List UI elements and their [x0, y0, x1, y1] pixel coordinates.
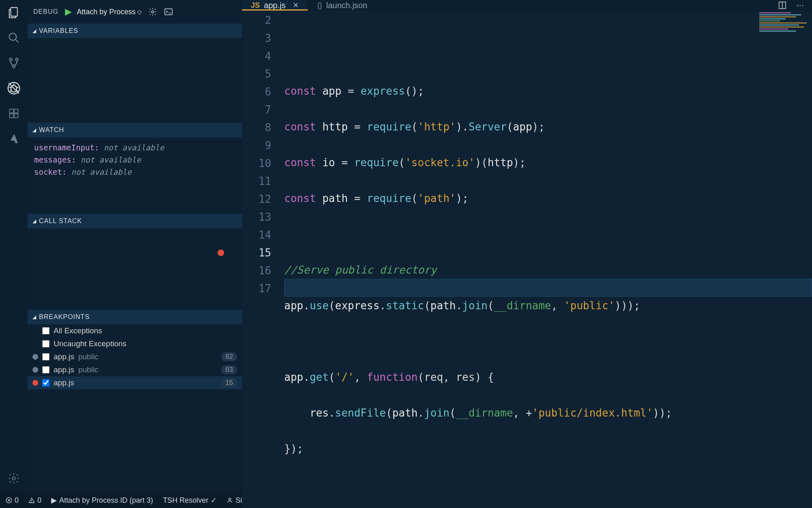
status-tsh-resolver[interactable]: TSH Resolver ✓ [163, 496, 217, 505]
split-editor-icon[interactable] [778, 1, 787, 10]
code-content[interactable]: const app = express(); const http = requ… [279, 11, 812, 508]
activity-bar [0, 0, 28, 493]
svg-line-9 [9, 87, 11, 87]
files-icon[interactable] [7, 6, 21, 20]
debug-side-panel: DEBUG ▶ Attach by Process ◇ ◢VARIABLES ◢… [28, 0, 242, 493]
breakpoint-dot-icon [32, 354, 38, 360]
debug-console-icon[interactable] [164, 7, 173, 16]
minimap[interactable] [758, 11, 810, 60]
more-icon[interactable]: ··· [797, 0, 804, 11]
breakpoints-section-header[interactable]: ◢BREAKPOINTS [28, 310, 242, 324]
tab-label: launch.json [326, 1, 367, 10]
svg-point-4 [15, 58, 18, 61]
svg-rect-16 [10, 114, 13, 117]
breakpoint-gutter-dot-icon[interactable] [218, 250, 224, 256]
breakpoint-item[interactable]: app.js public 82 [28, 350, 242, 363]
svg-point-3 [9, 58, 12, 61]
svg-point-31 [32, 502, 32, 502]
extensions-icon[interactable] [7, 106, 21, 120]
svg-rect-20 [165, 9, 172, 15]
svg-point-32 [229, 498, 231, 500]
debug-toolbar: DEBUG ▶ Attach by Process ◇ [28, 0, 242, 24]
svg-line-10 [17, 87, 18, 87]
js-file-icon: JS [251, 1, 260, 10]
svg-point-1 [9, 33, 17, 41]
svg-point-18 [12, 477, 15, 480]
search-icon[interactable] [7, 31, 21, 45]
breakpoint-checkbox[interactable] [42, 353, 50, 360]
tab-launch-json[interactable]: {} launch.json [308, 0, 376, 11]
tab-label: app.js [264, 1, 285, 10]
watch-item[interactable]: socket: not available [34, 166, 235, 178]
start-debug-icon[interactable]: ▶ [65, 7, 72, 17]
variables-body [28, 38, 242, 123]
close-icon[interactable]: ✕ [293, 1, 299, 10]
tab-bar: JS app.js ✕ {} launch.json ··· [242, 0, 812, 11]
breakpoint-checkbox[interactable] [42, 366, 50, 373]
breakpoint-item[interactable]: app.js 15 [28, 376, 242, 389]
variables-section-header[interactable]: ◢VARIABLES [28, 24, 242, 38]
svg-rect-14 [10, 109, 13, 113]
breakpoint-all-exceptions[interactable]: All Exceptions [28, 324, 242, 337]
settings-gear-icon[interactable] [7, 471, 21, 485]
breakpoint-checkbox[interactable] [42, 327, 50, 334]
breakpoint-uncaught[interactable]: Uncaught Exceptions [28, 337, 242, 350]
svg-rect-15 [14, 109, 18, 113]
svg-point-19 [151, 11, 154, 13]
watch-section-header[interactable]: ◢WATCH [28, 123, 242, 137]
svg-line-11 [10, 91, 11, 92]
status-warnings[interactable]: 0 [28, 496, 41, 505]
watch-body: usernameInput: not available messages: n… [28, 137, 242, 214]
editor-column: JS app.js ✕ {} launch.json ··· 2 3 4 5 6… [242, 0, 812, 493]
watch-item[interactable]: messages: not available [34, 154, 235, 166]
svg-rect-17 [14, 114, 18, 117]
breakpoint-checkbox[interactable] [42, 379, 50, 386]
azure-icon[interactable] [7, 132, 21, 145]
line-gutter: 2 3 4 5 6 7 8 9 10 11 12 13 14 15 16 17 [242, 11, 279, 508]
breakpoints-body: All Exceptions Uncaught Exceptions app.j… [28, 324, 242, 389]
code-editor[interactable]: 2 3 4 5 6 7 8 9 10 11 12 13 14 15 16 17 … [242, 11, 812, 508]
svg-line-2 [15, 39, 19, 43]
status-debug-target[interactable]: ▶ Attach by Process ID (part 3) [51, 496, 153, 505]
breakpoint-item[interactable]: app.js public 83 [28, 363, 242, 376]
callstack-section-header[interactable]: ◢CALL STACK [28, 214, 242, 228]
debug-icon[interactable] [7, 81, 21, 95]
breakpoint-dot-icon [32, 380, 38, 386]
debug-label: DEBUG [33, 8, 58, 15]
source-control-icon[interactable] [7, 56, 21, 70]
breakpoint-dot-icon [32, 367, 38, 373]
tab-app-js[interactable]: JS app.js ✕ [242, 0, 308, 11]
json-file-icon: {} [317, 1, 322, 10]
watch-item[interactable]: usernameInput: not available [34, 141, 235, 154]
debug-config-dropdown[interactable]: Attach by Process ◇ [77, 8, 142, 16]
callstack-body [28, 228, 242, 310]
status-errors[interactable]: 0 [6, 496, 19, 505]
breakpoint-checkbox[interactable] [42, 340, 50, 347]
svg-rect-0 [11, 8, 17, 16]
debug-settings-icon[interactable] [148, 7, 157, 16]
